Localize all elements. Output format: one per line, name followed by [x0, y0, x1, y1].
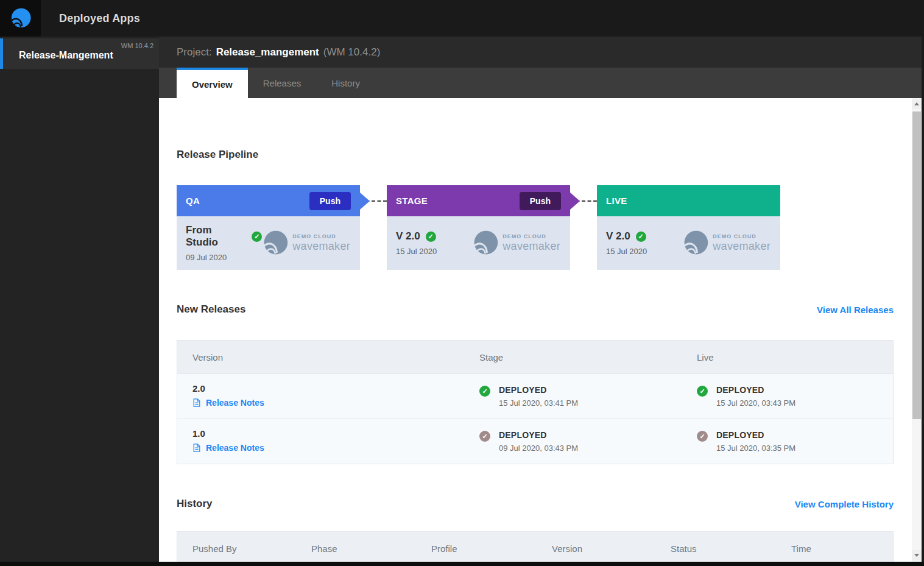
- live-success-check-icon: ✓: [636, 232, 646, 242]
- wavemaker-cloud-icon: [472, 230, 499, 256]
- stage-success-check-icon: ✓: [426, 232, 436, 242]
- scroll-up-button[interactable]: [912, 99, 922, 109]
- wavemaker-label: wavemaker: [713, 240, 771, 253]
- new-releases-table: Version Stage Live 2.0: [177, 340, 894, 464]
- live-card-header: LIVE: [597, 185, 780, 216]
- app-title: Deployed Apps: [59, 12, 140, 25]
- tab-history[interactable]: History: [316, 68, 375, 98]
- release-notes-label: Release Notes: [206, 443, 264, 453]
- demo-cloud-label: DEMO CLOUD: [292, 233, 350, 239]
- table-row: 2.0 Release Notes ✓: [177, 373, 893, 419]
- tab-overview[interactable]: Overview: [177, 68, 248, 98]
- pipeline-cards: QA Push From Studio ✓ 09 Jul 2020: [177, 185, 894, 270]
- sidebar: WM 10.4.2 Release-Mangement: [0, 37, 159, 562]
- column-stage: Stage: [479, 352, 697, 363]
- column-profile: Profile: [431, 543, 552, 554]
- live-status-check-icon: ✓: [697, 431, 708, 442]
- tab-releases[interactable]: Releases: [248, 68, 317, 98]
- pipeline-card-live: LIVE V 2.0 ✓ 15 Jul 2020: [597, 185, 780, 270]
- qa-arrow-icon: [360, 193, 370, 210]
- project-name: Release_mangement: [216, 46, 319, 58]
- project-label: Project:: [177, 46, 212, 58]
- window-right-edge: [922, 0, 924, 566]
- qa-push-button[interactable]: Push: [309, 192, 351, 210]
- stage-arrow-icon: [570, 193, 580, 210]
- pipeline-card-stage: STAGE Push V 2.0 ✓ 15 Jul 2020: [387, 185, 570, 270]
- arrow-down-icon: [914, 554, 919, 557]
- history-table-header: Pushed By Phase Profile Version Status T…: [177, 532, 893, 562]
- scroll-down-button[interactable]: [912, 550, 922, 561]
- stage-status-check-icon: ✓: [479, 431, 490, 442]
- view-all-releases-link[interactable]: View All Releases: [817, 305, 894, 315]
- release-notes-label: Release Notes: [206, 398, 264, 408]
- demo-cloud-label: DEMO CLOUD: [503, 233, 560, 239]
- sidebar-item-release-management[interactable]: WM 10.4.2 Release-Mangement: [0, 38, 159, 69]
- stage-version: V 2.0: [396, 230, 420, 242]
- view-complete-history-link[interactable]: View Complete History: [795, 499, 894, 509]
- stage-stage-name: STAGE: [396, 196, 428, 206]
- demo-cloud-label: DEMO CLOUD: [713, 233, 771, 239]
- new-releases-table-header: Version Stage Live: [177, 341, 893, 373]
- release-notes-link[interactable]: Release Notes: [192, 398, 264, 408]
- stage-time: 15 Jul 2020, 03:41 PM: [499, 398, 578, 408]
- live-time: 15 Jul 2020, 03:35 PM: [716, 444, 795, 453]
- stage-demo-cloud-logo: DEMO CLOUD wavemaker: [472, 230, 560, 256]
- wavemaker-label: wavemaker: [503, 240, 560, 253]
- qa-stage-name: QA: [186, 196, 200, 206]
- table-row: 1.0 Release Notes ✓: [177, 419, 893, 464]
- document-icon: [192, 398, 201, 408]
- version-number: 2.0: [192, 383, 479, 394]
- column-time: Time: [791, 543, 893, 554]
- column-version: Version: [192, 352, 479, 363]
- history-table: Pushed By Phase Profile Version Status T…: [177, 531, 894, 562]
- stage-date: 15 Jul 2020: [396, 247, 437, 256]
- qa-version: From Studio: [186, 224, 246, 249]
- stage-card-body: V 2.0 ✓ 15 Jul 2020: [387, 216, 570, 270]
- app-logo-box[interactable]: [0, 0, 41, 37]
- qa-card-body: From Studio ✓ 09 Jul 2020: [177, 216, 360, 270]
- live-demo-cloud-logo: DEMO CLOUD wavemaker: [682, 230, 771, 256]
- sidebar-item-label: Release-Mangement: [19, 50, 113, 61]
- stage-time: 09 Jul 2020, 03:43 PM: [499, 444, 578, 453]
- top-bar: Deployed Apps: [0, 0, 924, 37]
- live-stage-name: LIVE: [606, 196, 627, 206]
- project-version: (WM 10.4.2): [323, 46, 381, 58]
- window-bottom-edge: [0, 562, 924, 566]
- pipeline-card-qa: QA Push From Studio ✓ 09 Jul 2020: [177, 185, 360, 270]
- column-pushed-by: Pushed By: [192, 543, 311, 554]
- column-phase: Phase: [311, 543, 431, 554]
- qa-card-header: QA Push: [177, 185, 360, 216]
- scrollbar-thumb[interactable]: [912, 111, 921, 419]
- stage-status: DEPLOYED: [499, 430, 578, 440]
- main-area: Project: Release_mangement (WM 10.4.2) O…: [159, 37, 924, 562]
- stage-card-header: STAGE Push: [387, 185, 570, 216]
- wavemaker-logo-icon: [10, 7, 32, 29]
- qa-demo-cloud-logo: DEMO CLOUD wavemaker: [262, 230, 350, 256]
- vertical-scrollbar[interactable]: [912, 98, 922, 562]
- live-card-body: V 2.0 ✓ 15 Jul 2020: [597, 216, 780, 270]
- arrow-up-icon: [914, 102, 919, 105]
- tab-bar: Overview Releases History: [159, 68, 924, 98]
- column-live: Live: [697, 352, 893, 363]
- stage-status: DEPLOYED: [499, 385, 578, 395]
- stage-status-check-icon: ✓: [479, 386, 490, 397]
- live-date: 15 Jul 2020: [606, 247, 647, 256]
- column-version: Version: [552, 543, 671, 554]
- column-status: Status: [671, 543, 791, 554]
- wavemaker-cloud-icon: [682, 230, 709, 256]
- version-number: 1.0: [192, 428, 479, 439]
- sidebar-item-version: WM 10.4.2: [121, 42, 153, 49]
- stage-push-button[interactable]: Push: [520, 192, 561, 210]
- wavemaker-cloud-icon: [262, 230, 289, 256]
- live-status-check-icon: ✓: [697, 386, 708, 397]
- document-icon: [192, 443, 201, 453]
- live-status: DEPLOYED: [716, 430, 795, 440]
- project-header: Project: Release_mangement (WM 10.4.2): [159, 37, 924, 68]
- release-notes-link[interactable]: Release Notes: [192, 443, 264, 453]
- qa-success-check-icon: ✓: [252, 232, 262, 242]
- live-version: V 2.0: [606, 230, 630, 242]
- overview-content: Release Pipeline QA Push From Studio ✓: [159, 98, 924, 562]
- new-releases-heading: New Releases: [177, 303, 245, 316]
- qa-date: 09 Jul 2020: [186, 253, 262, 262]
- live-status: DEPLOYED: [716, 385, 795, 395]
